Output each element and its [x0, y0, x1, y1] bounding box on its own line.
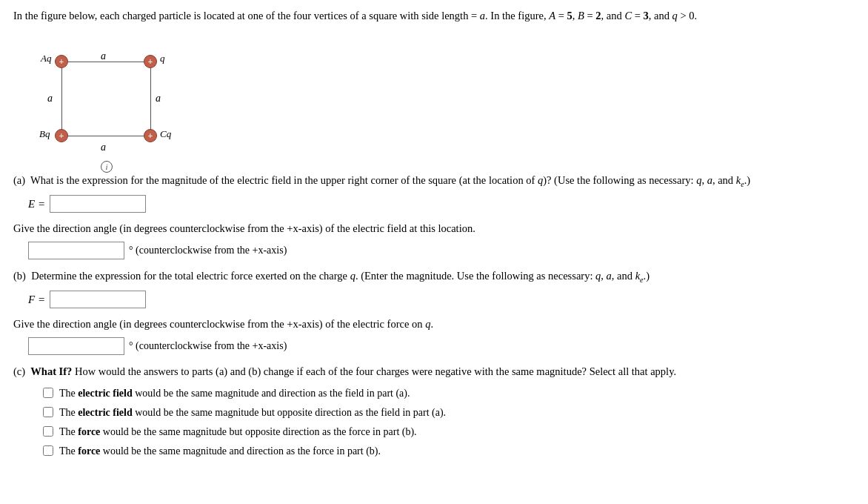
figure-area: a a a a Aq q Bq Cq + + + + i: [36, 32, 855, 165]
charge-circle-bl: +: [55, 129, 68, 142]
square-diagram: a a a a Aq q Bq Cq + + + + i: [36, 47, 184, 165]
option-2-row: The electric field would be the same mag…: [43, 405, 855, 420]
part-b-question: (b) Determine the expression for the tot…: [13, 267, 855, 286]
option-3-text: The force would be the same magnitude bu…: [59, 424, 417, 440]
part-b-eq-row: F =: [28, 291, 855, 308]
sq-top-line: [61, 62, 150, 62]
option-3-row: The force would be the same magnitude bu…: [43, 424, 855, 440]
sq-bottom-line: [61, 136, 150, 136]
part-a-block: (a) What is the expression for the magni…: [13, 171, 855, 259]
part-c-options: The electric field would be the same mag…: [43, 385, 855, 459]
label-right-a: a: [156, 93, 161, 105]
option-2-text: The electric field would be the same mag…: [59, 405, 446, 420]
sq-left-line: [61, 62, 62, 136]
part-c-question: (c) What If? How would the answers to pa…: [13, 362, 855, 381]
part-a-degree-label: ° (counterclockwise from the +x-axis): [129, 245, 287, 256]
part-a-input[interactable]: [50, 195, 146, 213]
part-b-direction-row: ° (counterclockwise from the +x-axis): [28, 337, 855, 355]
option-4-text: The force would be the same magnitude an…: [59, 443, 381, 459]
charge-label-tl: Aq: [41, 53, 51, 64]
option-1-checkbox[interactable]: [43, 388, 53, 398]
intro-text: In the figure below, each charged partic…: [13, 7, 855, 24]
charge-label-tr: q: [160, 53, 165, 64]
option-4-checkbox[interactable]: [43, 445, 53, 456]
part-a-direction-input[interactable]: [28, 242, 124, 259]
part-b-direction-input[interactable]: [28, 337, 124, 355]
part-b-block: (b) Determine the expression for the tot…: [13, 267, 855, 355]
part-a-question: (a) What is the expression for the magni…: [13, 171, 855, 190]
option-2-checkbox[interactable]: [43, 407, 53, 417]
option-4-row: The force would be the same magnitude an…: [43, 443, 855, 459]
part-b-input[interactable]: [50, 291, 146, 308]
part-a-eq-row: E =: [28, 195, 855, 213]
label-top-a: a: [101, 50, 106, 62]
part-c-block: (c) What If? How would the answers to pa…: [13, 362, 855, 459]
label-bottom-a: a: [101, 142, 106, 153]
part-a-direction-row: ° (counterclockwise from the +x-axis): [28, 242, 855, 259]
charge-circle-tr: +: [144, 55, 157, 68]
part-b-eq-label: F =: [28, 294, 45, 306]
charge-circle-br: +: [144, 129, 157, 142]
charge-circle-tl: +: [55, 55, 68, 68]
part-b-direction-text: Give the direction angle (in degrees cou…: [13, 316, 855, 333]
option-1-text: The electric field would be the same mag…: [59, 385, 410, 401]
label-left-a: a: [47, 93, 53, 105]
part-b-degree-label: ° (counterclockwise from the +x-axis): [129, 340, 287, 352]
charge-label-br: Cq: [160, 128, 171, 140]
sq-right-line: [150, 62, 151, 136]
option-3-checkbox[interactable]: [43, 426, 53, 437]
option-1-row: The electric field would be the same mag…: [43, 385, 855, 401]
part-a-direction-text: Give the direction angle (in degrees cou…: [13, 220, 855, 237]
part-a-eq-label: E =: [28, 198, 45, 210]
charge-label-bl: Bq: [39, 128, 50, 140]
